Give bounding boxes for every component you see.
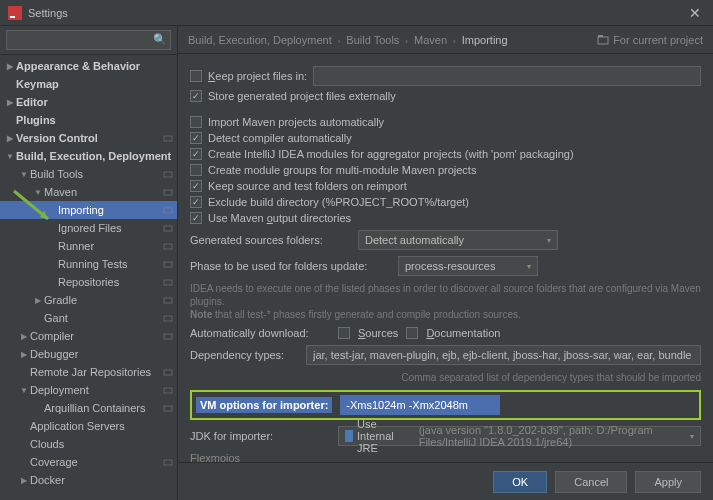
tree-item-editor[interactable]: ▶Editor [0,93,177,111]
keep-files-checkbox[interactable] [190,70,202,82]
project-scope-icon [163,385,173,395]
tree-item-runner[interactable]: Runner [0,237,177,255]
tree-item-plugins[interactable]: Plugins [0,111,177,129]
svg-rect-14 [164,388,172,393]
phase-hint: IDEA needs to execute one of the listed … [190,282,701,321]
tree-item-keymap[interactable]: Keymap [0,75,177,93]
svg-rect-7 [164,244,172,249]
tree-item-label: Version Control [16,132,163,144]
use-output-checkbox[interactable] [190,212,202,224]
tree-item-repositories[interactable]: Repositories [0,273,177,291]
tree-item-compiler[interactable]: ▶Compiler [0,327,177,345]
phase-label: Phase to be used for folders update: [190,260,390,272]
flexmojos-section: Flexmojos [190,452,701,462]
titlebar: Settings ✕ [0,0,713,26]
search-icon[interactable]: 🔍 [153,33,167,46]
breadcrumb-part[interactable]: Maven [414,34,447,46]
create-modules-checkbox[interactable] [190,148,202,160]
dep-types-input[interactable] [306,345,701,365]
svg-rect-17 [598,37,608,44]
tree-item-docker[interactable]: ▶Docker [0,471,177,489]
exclude-build-checkbox[interactable] [190,196,202,208]
sources-checkbox[interactable] [338,327,350,339]
tree-arrow-icon: ▶ [4,98,16,107]
tree-item-ignored-files[interactable]: Ignored Files [0,219,177,237]
tree-item-arquillian-containers[interactable]: Arquillian Containers [0,399,177,417]
tree-item-label: Gradle [44,294,163,306]
tree-item-label: Coverage [30,456,163,468]
svg-rect-1 [10,16,15,18]
svg-rect-4 [164,190,172,195]
breadcrumb-part[interactable]: Build, Execution, Deployment [188,34,332,46]
tree-arrow-icon: ▶ [18,476,30,485]
jdk-dropdown[interactable]: Use Internal JRE (java version "1.8.0_20… [338,426,701,446]
project-scope-icon [163,169,173,179]
svg-rect-2 [164,136,172,141]
project-scope-icon [163,187,173,197]
project-scope-icon [163,457,173,467]
gen-sources-dropdown[interactable]: Detect automatically [358,230,558,250]
dep-types-label: Dependency types: [190,349,298,361]
tree-item-label: Remote Jar Repositories [30,366,163,378]
use-output-label: Use Maven output directoriesUse Maven ou… [208,212,351,224]
tree-arrow-icon: ▶ [4,62,16,71]
tree-item-build-tools[interactable]: ▼Build Tools [0,165,177,183]
import-auto-label: Import Maven projects automatically [208,116,384,128]
chevron-right-icon: › [338,37,341,46]
tree-item-running-tests[interactable]: Running Tests [0,255,177,273]
tree-arrow-icon: ▼ [18,170,30,179]
tree-item-application-servers[interactable]: Application Servers [0,417,177,435]
project-scope-icon [163,223,173,233]
store-externally-checkbox[interactable] [190,90,202,102]
sidebar: 🔍 ▶Appearance & BehaviorKeymap▶EditorPlu… [0,26,178,500]
tree-item-clouds[interactable]: Clouds [0,435,177,453]
vm-options-input[interactable] [340,395,500,415]
keep-source-checkbox[interactable] [190,180,202,192]
dep-types-hint: Comma separated list of dependency types… [190,371,701,384]
detect-compiler-checkbox[interactable] [190,132,202,144]
project-scope-icon [163,277,173,287]
tree-item-version-control[interactable]: ▶Version Control [0,129,177,147]
tree-item-label: Build, Execution, Deployment [16,150,177,162]
ok-button[interactable]: OK [493,471,547,493]
apply-button[interactable]: Apply [635,471,701,493]
tree-item-importing[interactable]: Importing [0,201,177,219]
phase-dropdown[interactable]: process-resources [398,256,538,276]
svg-rect-9 [164,280,172,285]
tree-item-remote-jar-repositories[interactable]: Remote Jar Repositories [0,363,177,381]
tree-item-label: Keymap [16,78,177,90]
tree-arrow-icon: ▼ [32,188,44,197]
project-scope-badge: For current project [597,34,703,46]
tree-item-appearance-behavior[interactable]: ▶Appearance & Behavior [0,57,177,75]
tree-item-label: Appearance & Behavior [16,60,177,72]
breadcrumb-part[interactable]: Build Tools [346,34,399,46]
chevron-right-icon: › [405,37,408,46]
tree-item-label: Repositories [58,276,163,288]
tree-item-build-execution-deployment[interactable]: ▼Build, Execution, Deployment [0,147,177,165]
tree-item-debugger[interactable]: ▶Debugger [0,345,177,363]
search-input[interactable] [6,30,171,50]
search-box: 🔍 [0,26,177,55]
vm-options-label: VM options for importer: [196,397,332,413]
tree-item-gant[interactable]: Gant [0,309,177,327]
breadcrumb-part[interactable]: Importing [462,34,508,46]
tree-item-coverage[interactable]: Coverage [0,453,177,471]
docs-checkbox[interactable] [406,327,418,339]
tree-item-deployment[interactable]: ▼Deployment [0,381,177,399]
svg-rect-10 [164,298,172,303]
detect-compiler-label: Detect compiler automatically [208,132,352,144]
tree-item-label: Editor [16,96,177,108]
import-auto-checkbox[interactable] [190,116,202,128]
exclude-build-label: Exclude build directory (%PROJECT_ROOT%/… [208,196,469,208]
project-scope-icon [163,241,173,251]
cancel-button[interactable]: Cancel [555,471,627,493]
dialog-footer: OK Cancel Apply [178,462,713,500]
tree-item-gradle[interactable]: ▶Gradle [0,291,177,309]
tree-item-maven[interactable]: ▼Maven [0,183,177,201]
tree-item-label: Docker [30,474,177,486]
svg-rect-6 [164,226,172,231]
keep-files-path-input[interactable] [313,66,701,86]
module-groups-checkbox[interactable] [190,164,202,176]
tree-item-label: Plugins [16,114,177,126]
close-icon[interactable]: ✕ [685,5,705,21]
